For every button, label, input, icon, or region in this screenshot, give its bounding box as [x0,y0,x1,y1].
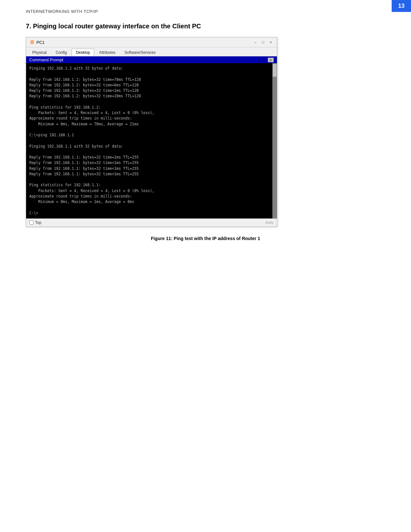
cmd-prompt-title: Command Prompt [29,57,63,62]
cmd-close-button[interactable]: × [268,58,274,62]
maximize-button[interactable]: □ [260,39,266,45]
page-header: INTERNETWORKING WITH TCP/IP [26,9,98,14]
minimize-button[interactable]: – [252,39,258,45]
window-close-button[interactable]: × [268,39,274,45]
window-controls[interactable]: – □ × [252,39,274,45]
cmd-scrollbar[interactable] [272,63,277,218]
tab-physical[interactable]: Physical [28,49,51,56]
cmd-prompt-body: Pinging 192.168.1.2 with 32 bytes of dat… [26,63,277,218]
pc-icon: 🖥 [29,39,34,45]
tab-desktop[interactable]: Desktop [72,49,94,56]
window-title: PC1 [36,40,44,45]
main-content: 7. Pinging local router gateway interfac… [26,23,385,241]
window-bottom: Top Activ [26,218,277,227]
window-titlebar: 🖥 PC1 – □ × [26,37,277,47]
figure-caption: Figure 11: Ping test with the IP address… [26,236,385,241]
top-checkbox-label: Top [35,220,41,225]
window-title-left: 🖥 PC1 [29,39,44,45]
scrollbar-thumb [273,64,277,77]
tab-software-services[interactable]: Software/Services [120,49,160,56]
activation-text: Activ [265,220,274,225]
tab-attributes[interactable]: Attributes [95,49,120,56]
window-tabs: Physical Config Desktop Attributes Softw… [26,47,277,56]
tab-config[interactable]: Config [52,49,71,56]
cmd-prompt-header: Command Prompt × [26,56,277,63]
top-checkbox-container[interactable]: Top [29,220,41,225]
top-checkbox[interactable] [29,220,34,225]
section-title: 7. Pinging local router gateway interfac… [26,23,385,30]
page-number: 13 [392,0,411,12]
pc1-window: 🖥 PC1 – □ × Physical Config Desktop Attr… [26,37,277,227]
cmd-output: Pinging 192.168.1.2 with 32 bytes of dat… [29,66,274,216]
